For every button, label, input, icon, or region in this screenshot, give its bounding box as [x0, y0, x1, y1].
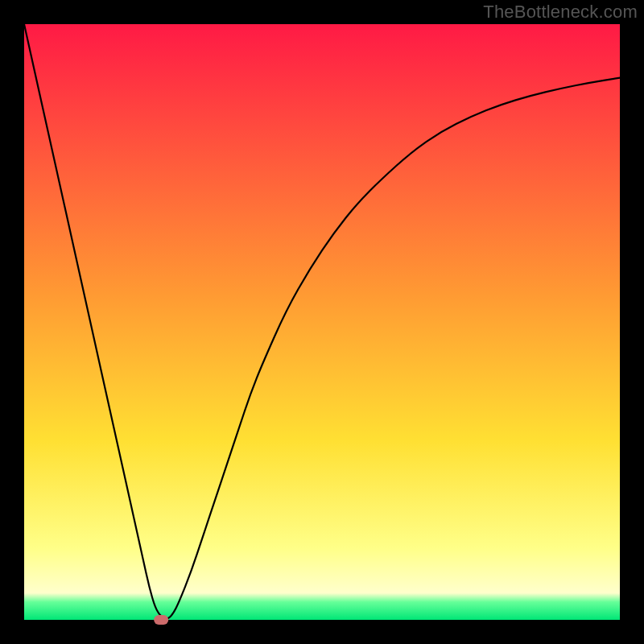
bottleneck-chart	[0, 0, 644, 644]
minimum-marker	[154, 615, 168, 625]
plot-background	[24, 24, 620, 620]
attribution-label: TheBottleneck.com	[483, 2, 638, 23]
chart-frame: TheBottleneck.com	[0, 0, 644, 644]
